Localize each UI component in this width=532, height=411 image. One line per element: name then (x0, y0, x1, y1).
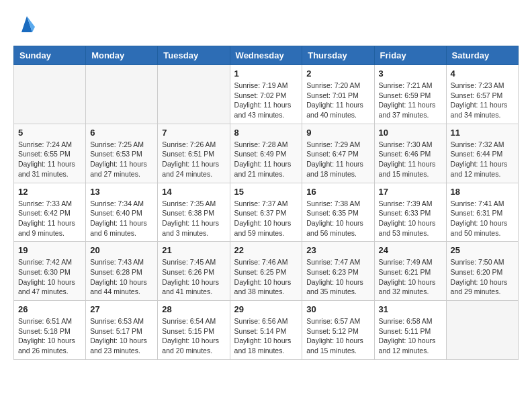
calendar-cell: 14Sunrise: 7:35 AM Sunset: 6:38 PM Dayli… (158, 183, 230, 242)
day-number: 23 (306, 245, 369, 255)
calendar-cell: 26Sunrise: 6:51 AM Sunset: 5:18 PM Dayli… (14, 301, 86, 360)
day-info: Sunrise: 7:19 AM Sunset: 7:02 PM Dayligh… (234, 81, 298, 120)
day-info: Sunrise: 7:25 AM Sunset: 6:53 PM Dayligh… (90, 140, 153, 179)
calendar-cell: 22Sunrise: 7:46 AM Sunset: 6:25 PM Dayli… (230, 242, 302, 301)
day-info: Sunrise: 7:32 AM Sunset: 6:44 PM Dayligh… (451, 140, 514, 179)
day-info: Sunrise: 7:38 AM Sunset: 6:35 PM Dayligh… (306, 199, 369, 238)
calendar-week-5: 26Sunrise: 6:51 AM Sunset: 5:18 PM Dayli… (14, 301, 519, 360)
day-info: Sunrise: 7:47 AM Sunset: 6:23 PM Dayligh… (306, 257, 369, 297)
calendar-cell: 13Sunrise: 7:34 AM Sunset: 6:40 PM Dayli… (86, 183, 158, 242)
calendar-cell: 17Sunrise: 7:39 AM Sunset: 6:33 PM Dayli… (374, 183, 446, 242)
day-info: Sunrise: 7:45 AM Sunset: 6:26 PM Dayligh… (162, 257, 225, 297)
calendar-cell: 9Sunrise: 7:29 AM Sunset: 6:47 PM Daylig… (302, 124, 374, 183)
day-number: 2 (306, 68, 369, 79)
day-number: 31 (379, 304, 442, 314)
day-number: 29 (234, 304, 298, 314)
calendar-cell: 27Sunrise: 6:53 AM Sunset: 5:17 PM Dayli… (86, 301, 158, 360)
day-info: Sunrise: 7:46 AM Sunset: 6:25 PM Dayligh… (234, 257, 298, 297)
calendar-cell: 19Sunrise: 7:42 AM Sunset: 6:30 PM Dayli… (14, 242, 86, 301)
day-info: Sunrise: 6:53 AM Sunset: 5:17 PM Dayligh… (90, 316, 153, 356)
day-number: 7 (162, 128, 225, 138)
logo-icon (16, 13, 38, 35)
calendar-cell (86, 65, 158, 124)
header-tuesday: Tuesday (158, 46, 230, 65)
calendar-cell: 15Sunrise: 7:37 AM Sunset: 6:37 PM Dayli… (230, 183, 302, 242)
calendar-cell: 18Sunrise: 7:41 AM Sunset: 6:31 PM Dayli… (446, 183, 518, 242)
calendar-cell: 4Sunrise: 7:23 AM Sunset: 6:57 PM Daylig… (446, 65, 518, 124)
calendar-cell: 5Sunrise: 7:24 AM Sunset: 6:55 PM Daylig… (14, 124, 86, 183)
calendar-cell: 31Sunrise: 6:58 AM Sunset: 5:11 PM Dayli… (374, 301, 446, 360)
logo (13, 13, 38, 35)
day-number: 11 (451, 128, 514, 138)
calendar-cell: 23Sunrise: 7:47 AM Sunset: 6:23 PM Dayli… (302, 242, 374, 301)
day-info: Sunrise: 7:21 AM Sunset: 6:59 PM Dayligh… (379, 81, 442, 120)
calendar-week-2: 5Sunrise: 7:24 AM Sunset: 6:55 PM Daylig… (14, 124, 519, 183)
day-info: Sunrise: 7:50 AM Sunset: 6:20 PM Dayligh… (451, 257, 514, 297)
day-info: Sunrise: 6:57 AM Sunset: 5:12 PM Dayligh… (306, 316, 369, 356)
day-number: 25 (451, 245, 514, 255)
day-number: 3 (379, 68, 442, 79)
calendar-cell (14, 65, 86, 124)
calendar-header-row: SundayMondayTuesdayWednesdayThursdayFrid… (14, 46, 519, 65)
day-info: Sunrise: 7:26 AM Sunset: 6:51 PM Dayligh… (162, 140, 225, 179)
day-number: 13 (90, 187, 153, 197)
day-number: 5 (18, 128, 81, 138)
day-number: 1 (234, 68, 298, 79)
day-info: Sunrise: 6:58 AM Sunset: 5:11 PM Dayligh… (379, 316, 442, 356)
day-number: 9 (306, 128, 369, 138)
calendar-cell: 8Sunrise: 7:28 AM Sunset: 6:49 PM Daylig… (230, 124, 302, 183)
day-info: Sunrise: 7:43 AM Sunset: 6:28 PM Dayligh… (90, 257, 153, 297)
day-info: Sunrise: 7:34 AM Sunset: 6:40 PM Dayligh… (90, 199, 153, 238)
header-thursday: Thursday (302, 46, 374, 65)
calendar-cell: 10Sunrise: 7:30 AM Sunset: 6:46 PM Dayli… (374, 124, 446, 183)
day-number: 15 (234, 187, 298, 197)
day-number: 19 (18, 245, 81, 255)
calendar-cell: 3Sunrise: 7:21 AM Sunset: 6:59 PM Daylig… (374, 65, 446, 124)
calendar-week-1: 1Sunrise: 7:19 AM Sunset: 7:02 PM Daylig… (14, 65, 519, 124)
day-info: Sunrise: 7:41 AM Sunset: 6:31 PM Dayligh… (451, 199, 514, 238)
day-info: Sunrise: 7:42 AM Sunset: 6:30 PM Dayligh… (18, 257, 81, 297)
calendar-cell: 30Sunrise: 6:57 AM Sunset: 5:12 PM Dayli… (302, 301, 374, 360)
calendar-cell: 1Sunrise: 7:19 AM Sunset: 7:02 PM Daylig… (230, 65, 302, 124)
calendar-cell (446, 301, 518, 360)
header-sunday: Sunday (14, 46, 86, 65)
page-header (13, 13, 519, 35)
header-friday: Friday (374, 46, 446, 65)
calendar-cell: 25Sunrise: 7:50 AM Sunset: 6:20 PM Dayli… (446, 242, 518, 301)
day-number: 16 (306, 187, 369, 197)
day-number: 10 (379, 128, 442, 138)
day-number: 24 (379, 245, 442, 255)
day-info: Sunrise: 6:54 AM Sunset: 5:15 PM Dayligh… (162, 316, 225, 356)
day-number: 17 (379, 187, 442, 197)
calendar-cell: 21Sunrise: 7:45 AM Sunset: 6:26 PM Dayli… (158, 242, 230, 301)
day-number: 22 (234, 245, 298, 255)
day-info: Sunrise: 7:37 AM Sunset: 6:37 PM Dayligh… (234, 199, 298, 238)
day-number: 20 (90, 245, 153, 255)
day-info: Sunrise: 7:29 AM Sunset: 6:47 PM Dayligh… (306, 140, 369, 179)
day-info: Sunrise: 7:49 AM Sunset: 6:21 PM Dayligh… (379, 257, 442, 297)
day-number: 21 (162, 245, 225, 255)
calendar-cell: 12Sunrise: 7:33 AM Sunset: 6:42 PM Dayli… (14, 183, 86, 242)
calendar-week-3: 12Sunrise: 7:33 AM Sunset: 6:42 PM Dayli… (14, 183, 519, 242)
day-info: Sunrise: 6:56 AM Sunset: 5:14 PM Dayligh… (234, 316, 298, 356)
day-number: 30 (306, 304, 369, 314)
day-number: 6 (90, 128, 153, 138)
day-info: Sunrise: 6:51 AM Sunset: 5:18 PM Dayligh… (18, 316, 81, 356)
day-number: 14 (162, 187, 225, 197)
calendar-cell: 2Sunrise: 7:20 AM Sunset: 7:01 PM Daylig… (302, 65, 374, 124)
calendar-cell: 6Sunrise: 7:25 AM Sunset: 6:53 PM Daylig… (86, 124, 158, 183)
day-info: Sunrise: 7:20 AM Sunset: 7:01 PM Dayligh… (306, 81, 369, 120)
calendar-cell: 16Sunrise: 7:38 AM Sunset: 6:35 PM Dayli… (302, 183, 374, 242)
calendar-week-4: 19Sunrise: 7:42 AM Sunset: 6:30 PM Dayli… (14, 242, 519, 301)
calendar-cell: 11Sunrise: 7:32 AM Sunset: 6:44 PM Dayli… (446, 124, 518, 183)
calendar-cell: 29Sunrise: 6:56 AM Sunset: 5:14 PM Dayli… (230, 301, 302, 360)
header-monday: Monday (86, 46, 158, 65)
calendar-cell: 28Sunrise: 6:54 AM Sunset: 5:15 PM Dayli… (158, 301, 230, 360)
calendar-cell: 7Sunrise: 7:26 AM Sunset: 6:51 PM Daylig… (158, 124, 230, 183)
day-number: 4 (451, 68, 514, 79)
header-saturday: Saturday (446, 46, 518, 65)
header-wednesday: Wednesday (230, 46, 302, 65)
calendar-cell: 20Sunrise: 7:43 AM Sunset: 6:28 PM Dayli… (86, 242, 158, 301)
day-info: Sunrise: 7:39 AM Sunset: 6:33 PM Dayligh… (379, 199, 442, 238)
day-number: 26 (18, 304, 81, 314)
